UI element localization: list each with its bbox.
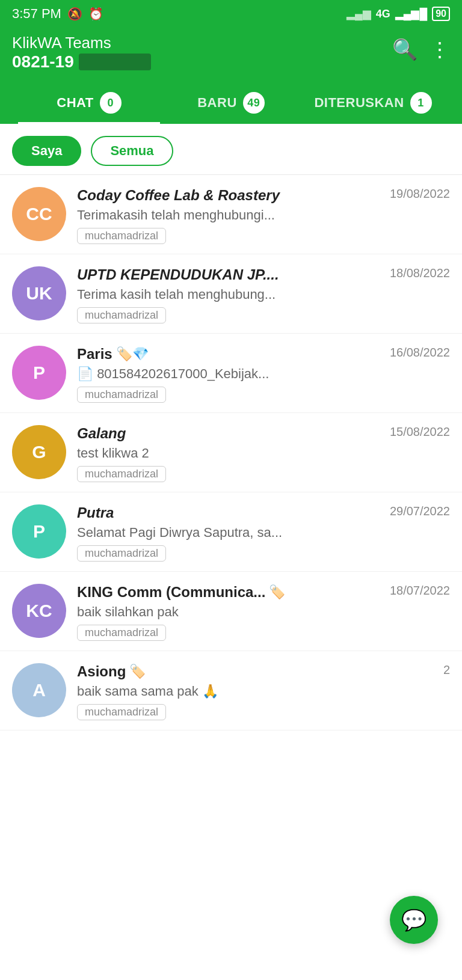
name-emoji: 🏷️💎 [116,346,149,362]
tab-baru[interactable]: BARU 49 [160,81,302,124]
chat-name: UPTD KEPENDUDUKAN JP.... [77,266,384,283]
chat-date: 18/07/2022 [390,584,450,598]
chat-preview: Selamat Pagi Diwrya Saputra, sa... [77,525,450,541]
chat-content: Coday Coffee Lab & Roastery 19/08/2022 T… [77,187,450,244]
chat-name: Galang [77,425,384,442]
avatar: P [12,346,66,400]
status-indicators: ▂▄▆ 4G ▂▄▆█ 90 [346,7,450,21]
chat-content: Paris 🏷️💎 16/08/2022 📄 801584202617000_K… [77,346,450,403]
battery-indicator: 90 [432,7,450,21]
list-item[interactable]: KC KING Comm (Communica... 🏷️ 18/07/2022… [0,572,462,651]
filter-row: Saya Semua [0,124,462,175]
name-emoji: 🏷️ [129,664,146,679]
mute-icon: 🔕 [67,7,82,21]
app-header: KlikWA Teams 0821-19 🔍 ⋮ CHAT 0 BARU 49 … [0,26,462,124]
chat-content: Asiong 🏷️ 2 baik sama sama pak 🙏 muchama… [77,663,450,720]
chat-content: Galang 15/08/2022 test klikwa 2 muchamad… [77,425,450,482]
chat-date: 15/08/2022 [390,425,450,439]
chat-preview: Terima kasih telah menghubung... [77,287,450,302]
chat-content: KING Comm (Communica... 🏷️ 18/07/2022 ba… [77,584,450,641]
avatar: CC [12,187,66,241]
search-icon[interactable]: 🔍 [392,37,417,61]
chat-list: CC Coday Coffee Lab & Roastery 19/08/202… [0,175,462,730]
avatar: G [12,425,66,479]
more-options-icon[interactable]: ⋮ [430,37,450,61]
list-item[interactable]: G Galang 15/08/2022 test klikwa 2 mucham… [0,413,462,492]
tab-chat[interactable]: CHAT 0 [18,81,160,124]
chat-name: Coday Coffee Lab & Roastery [77,187,384,204]
header-actions: 🔍 ⋮ [392,34,450,61]
app-name: KlikWA Teams [12,34,151,52]
status-bar: 3:57 PM 🔕 ⏰ ▂▄▆ 4G ▂▄▆█ 90 [0,0,462,26]
baru-badge: 49 [243,92,265,114]
chat-badge: 0 [100,92,122,114]
tab-diteruskan[interactable]: DITERUSKAN 1 [302,81,444,124]
compose-icon: 💬 [401,908,427,932]
avatar: KC [12,584,66,638]
chat-name: Putra [77,504,384,521]
chat-tag: muchamadrizal [77,466,166,482]
diteruskan-badge: 1 [410,92,432,114]
avatar: UK [12,266,66,320]
status-time: 3:57 PM 🔕 ⏰ [12,6,103,22]
filter-saya[interactable]: Saya [12,136,81,166]
chat-date: 2 [443,663,450,677]
avatar: P [12,504,66,559]
chat-tag: muchamadrizal [77,625,166,641]
header-title-block: KlikWA Teams 0821-19 [12,34,151,72]
chat-date: 16/08/2022 [390,346,450,360]
time-text: 3:57 PM [12,6,61,22]
file-icon: 📄 [77,366,93,381]
chat-tag: muchamadrizal [77,387,166,403]
compose-fab[interactable]: 💬 [390,896,438,944]
list-item[interactable]: P Putra 29/07/2022 Selamat Pagi Diwrya S… [0,492,462,572]
wifi-icon: ▂▄▆█ [395,7,428,20]
chat-preview: Terimakasih telah menghubungi... [77,207,450,223]
chat-name: Asiong 🏷️ [77,663,437,680]
list-item[interactable]: A Asiong 🏷️ 2 baik sama sama pak 🙏 mucha… [0,651,462,730]
redacted-number [79,54,151,70]
chat-tag: muchamadrizal [77,545,166,562]
list-item[interactable]: P Paris 🏷️💎 16/08/2022 📄 801584202617000… [0,334,462,413]
chat-tag: muchamadrizal [77,704,166,720]
phone-number: 0821-19 [12,52,151,72]
alarm-icon: ⏰ [88,7,103,21]
name-emoji: 🏷️ [269,584,285,600]
chat-name: Paris 🏷️💎 [77,346,384,363]
chat-preview: baik silahkan pak [77,604,450,620]
tab-bar: CHAT 0 BARU 49 DITERUSKAN 1 [12,81,450,124]
network-type: 4G [376,8,390,20]
chat-preview: 📄 801584202617000_Kebijak... [77,366,450,382]
chat-preview: test klikwa 2 [77,446,450,461]
chat-tag: muchamadrizal [77,228,166,244]
chat-tag: muchamadrizal [77,307,166,323]
chat-content: UPTD KEPENDUDUKAN JP.... 18/08/2022 Teri… [77,266,450,323]
avatar: A [12,663,66,717]
chat-name: KING Comm (Communica... 🏷️ [77,584,384,601]
chat-preview: baik sama sama pak 🙏 [77,684,450,699]
chat-content: Putra 29/07/2022 Selamat Pagi Diwrya Sap… [77,504,450,562]
list-item[interactable]: UK UPTD KEPENDUDUKAN JP.... 18/08/2022 T… [0,254,462,334]
chat-date: 19/08/2022 [390,187,450,201]
chat-date: 18/08/2022 [390,266,450,280]
filter-semua[interactable]: Semua [91,136,173,166]
chat-date: 29/07/2022 [390,504,450,518]
list-item[interactable]: CC Coday Coffee Lab & Roastery 19/08/202… [0,175,462,254]
signal-icon: ▂▄▆ [346,7,371,20]
